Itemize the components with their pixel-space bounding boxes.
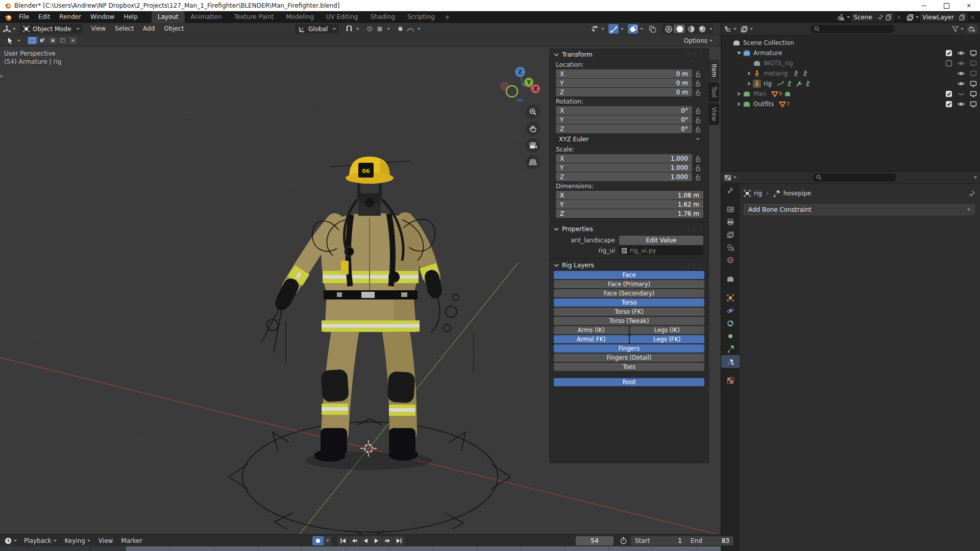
workspace-tab-texture-paint[interactable]: Texture Paint xyxy=(228,11,280,23)
edit-value-button[interactable]: Edit Value xyxy=(619,236,703,245)
play-reverse-button[interactable] xyxy=(360,536,371,545)
add-workspace-button[interactable]: + xyxy=(441,14,454,21)
snap-toggle[interactable] xyxy=(344,24,354,34)
properties-tab-output[interactable] xyxy=(721,215,740,228)
play-button[interactable] xyxy=(371,536,382,545)
dimensions-y-field[interactable]: Y1.62 m xyxy=(556,200,703,209)
lock-open-icon[interactable] xyxy=(692,173,703,181)
timeline-menu-playback[interactable]: Playback xyxy=(20,537,61,544)
xray-toggle[interactable] xyxy=(647,24,657,34)
dimensions-z-field[interactable]: Z1.76 m xyxy=(556,209,703,218)
properties-tab-render[interactable] xyxy=(721,203,740,215)
panel-grip[interactable]: ⋮⋮⋮ xyxy=(686,52,704,58)
rig-layer-fingers-button[interactable]: Fingers xyxy=(554,344,704,353)
workspace-tab-animation[interactable]: Animation xyxy=(185,11,228,23)
disable-viewport-toggle[interactable] xyxy=(970,90,977,97)
rig-layer-face-button[interactable]: Face xyxy=(554,271,704,279)
shading-wireframe-button[interactable] xyxy=(663,24,674,33)
timeline-menu-marker[interactable]: Marker xyxy=(117,537,146,544)
rig-layer-legs-fk-button[interactable]: Legs (FK) xyxy=(630,335,705,343)
viewport-menu-view[interactable]: View xyxy=(87,23,110,35)
pan-button[interactable] xyxy=(526,121,540,136)
maximize-button[interactable] xyxy=(935,0,958,11)
close-button[interactable]: ✕ xyxy=(958,0,980,11)
properties-tab-physics[interactable] xyxy=(721,304,740,317)
outliner-row-armature[interactable]: Armature xyxy=(721,48,980,58)
n-panel-tab-tool[interactable]: Tool xyxy=(709,82,719,102)
viewlayer-name-field[interactable]: ViewLayer xyxy=(920,12,968,22)
filter-icon[interactable] xyxy=(952,26,959,32)
menu-window[interactable]: Window xyxy=(86,11,119,23)
menu-edit[interactable]: Edit xyxy=(34,11,55,23)
workspace-tab-uv-editing[interactable]: UV Editing xyxy=(320,11,364,23)
zoom-button[interactable] xyxy=(526,105,540,119)
add-bone-constraint-button[interactable]: Add Bone Constraint xyxy=(744,204,975,215)
curve-chevron[interactable] xyxy=(418,28,421,30)
filter-chevron[interactable] xyxy=(961,28,964,30)
outliner-row-outfits[interactable]: Outfits7 xyxy=(721,99,980,109)
overlays-chevron[interactable] xyxy=(640,28,643,30)
location-z-field[interactable]: Z0 m xyxy=(556,88,692,96)
timeline-menu-view[interactable]: View xyxy=(94,537,117,544)
outliner-row-wgts_rig[interactable]: WGTS_rig xyxy=(721,58,980,68)
viewport-3d[interactable]: 06 xyxy=(0,46,721,534)
shading-chevron[interactable] xyxy=(709,28,713,30)
disclosure-right-icon[interactable] xyxy=(746,80,753,87)
breadcrumb-object[interactable]: rig xyxy=(754,190,762,197)
proportional-editing-toggle[interactable] xyxy=(364,24,375,34)
lock-open-icon[interactable] xyxy=(692,70,703,78)
select-mode-extend-button[interactable] xyxy=(38,37,47,44)
n-panel-tab-view[interactable]: View xyxy=(709,103,719,125)
lock-open-icon[interactable] xyxy=(692,80,703,87)
pin-icon[interactable] xyxy=(877,14,883,20)
select-mode-subtract-button[interactable] xyxy=(48,37,58,44)
rig-layer-fingers-detail-button[interactable]: Fingers (Detail) xyxy=(554,354,704,362)
show-overlays-toggle[interactable] xyxy=(628,24,638,34)
duplicate-scene-icon[interactable] xyxy=(886,14,892,20)
select-mode-intersect-button[interactable] xyxy=(68,37,78,44)
properties-tab-collection[interactable] xyxy=(721,272,740,285)
gizmo-chevron[interactable] xyxy=(621,28,624,30)
hide-eye-toggle[interactable] xyxy=(958,80,965,87)
orientation-dropdown[interactable]: Global xyxy=(295,24,339,34)
properties-options-chevron[interactable] xyxy=(974,177,977,179)
outliner-editor-icon[interactable] xyxy=(724,26,731,33)
rotation-x-field[interactable]: X0° xyxy=(556,106,692,115)
viewport-menu-object[interactable]: Object xyxy=(159,23,188,35)
properties-tab-texture[interactable] xyxy=(721,374,740,387)
select-mode-new-button[interactable] xyxy=(28,37,37,44)
active-tool-button[interactable] xyxy=(5,36,15,45)
rig-layers-panel-header[interactable]: Rig Layers ⋮⋮⋮ xyxy=(550,260,708,271)
lock-open-icon[interactable] xyxy=(692,126,703,133)
panel-grip[interactable]: ⋮⋮⋮ xyxy=(686,263,704,268)
lock-open-icon[interactable] xyxy=(692,107,703,114)
outliner-search-input[interactable] xyxy=(811,25,894,33)
scene-name-field[interactable]: Scene xyxy=(851,12,894,22)
exclude-checkbox[interactable] xyxy=(945,49,952,57)
duplicate-viewlayer-icon[interactable] xyxy=(959,14,965,20)
rotation-z-field[interactable]: Z0° xyxy=(556,124,692,133)
new-collection-button[interactable] xyxy=(967,24,977,34)
rig-layer-toes-button[interactable]: Toes xyxy=(554,363,704,371)
mode-dropdown[interactable]: Object Mode xyxy=(20,24,83,34)
rotation-y-field[interactable]: Y0° xyxy=(556,115,692,124)
disclosure-right-icon[interactable] xyxy=(736,90,743,97)
proportional-curve-button[interactable] xyxy=(405,24,415,34)
disable-viewport-toggle[interactable] xyxy=(970,101,977,108)
rig-layer-legs-ik-button[interactable]: Legs (IK) xyxy=(630,326,705,334)
rig-ui-field[interactable]: rig_ui.py xyxy=(619,246,703,255)
workspace-tab-modeling[interactable]: Modeling xyxy=(280,11,320,23)
proportional-center-toggle[interactable] xyxy=(395,24,405,34)
timeline-track[interactable] xyxy=(0,546,721,551)
properties-tab-object[interactable] xyxy=(721,291,740,304)
shading-rendered-button[interactable] xyxy=(696,24,707,33)
menu-file[interactable]: File xyxy=(14,11,34,23)
hide-eye-toggle[interactable] xyxy=(958,60,965,67)
outliner-row-metarig[interactable]: metarig xyxy=(721,68,980,79)
viewlayer-browse-icon[interactable] xyxy=(906,14,914,21)
lock-open-icon[interactable] xyxy=(692,164,703,171)
keying-popover-button[interactable] xyxy=(324,536,331,545)
shading-solid-button[interactable] xyxy=(674,24,685,33)
rig-layer-face-primary-button[interactable]: Face (Primary) xyxy=(554,280,704,288)
options-dropdown[interactable]: Options xyxy=(684,37,713,44)
